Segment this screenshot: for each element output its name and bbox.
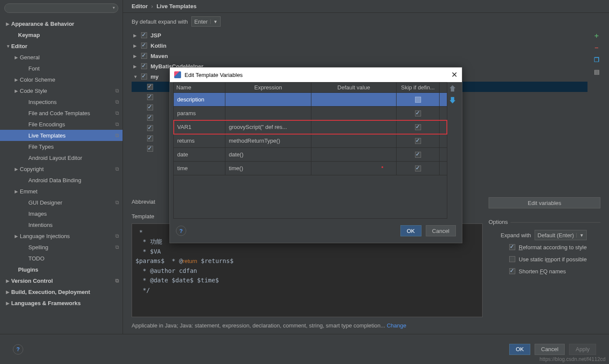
group-checkbox[interactable] [141,53,147,59]
settings-tree[interactable]: ▶Appearance & BehaviorKeymap▼Editor▶Gene… [0,16,123,334]
skip-checkbox[interactable] [415,124,421,130]
template-checkbox[interactable] [147,94,153,100]
template-checkbox[interactable] [147,104,153,110]
copy-icon: ⧉ [115,110,119,116]
sidebar-item-file-types[interactable]: File Types [0,141,123,152]
dialog-help-button[interactable]: ? [176,226,186,236]
table-row[interactable]: description [174,93,447,107]
sidebar-item-android-layout-editor[interactable]: Android Layout Editor [0,152,123,163]
sidebar-item-font[interactable]: Font [0,63,123,74]
table-row[interactable]: datedate() [174,148,447,162]
copy-template-button[interactable]: ❐ [593,56,600,64]
sidebar-item-version-control[interactable]: ▶Version Control⧉ [0,275,123,286]
cancel-button[interactable]: Cancel [535,344,565,355]
copy-icon: ⧉ [115,99,119,105]
group-checkbox[interactable] [141,73,147,80]
template-checkbox[interactable] [147,84,153,90]
sidebar-item-intentions[interactable]: Intentions [0,219,123,230]
template-group-kotlin[interactable]: ▶Kotlin [132,40,587,51]
sidebar-item-spelling[interactable]: Spelling⧉ [0,242,123,253]
group-checkbox[interactable] [141,32,147,38]
reformat-label: Reformat according to style [519,244,587,251]
template-text-label: Template [132,213,154,220]
chevron-down-icon: ▼ [210,19,218,24]
sidebar-item-android-data-binding[interactable]: Android Data Binding [0,174,123,186]
sidebar-item-color-scheme[interactable]: ▶Color Scheme [0,74,123,85]
reformat-checkbox[interactable] [509,244,515,250]
sidebar-item-inspections[interactable]: Inspections⧉ [0,96,123,107]
col-skip[interactable]: Skip if defin... [397,83,440,92]
remove-template-button[interactable]: － [593,44,600,52]
table-row[interactable]: returnsmethodReturnType() [174,134,447,148]
sidebar-item-todo[interactable]: TODO [0,253,123,264]
ok-button[interactable]: OK [509,344,530,355]
static-import-checkbox[interactable] [509,256,515,262]
expand-with-select[interactable]: Default (Enter) ▼ [535,230,587,240]
shorten-fq-checkbox[interactable] [509,268,515,274]
template-checkbox[interactable] [147,125,153,131]
app-icon [174,71,181,78]
move-up-button[interactable]: 🡅 [449,85,457,94]
template-checkbox[interactable] [147,135,153,141]
dialog-cancel-button[interactable]: Cancel [426,225,456,236]
skip-checkbox[interactable] [415,97,421,103]
sidebar-item-languages-frameworks[interactable]: ▶Languages & Frameworks [0,297,123,309]
search-input[interactable] [4,3,118,13]
edit-variables-button[interactable]: Edit variables [489,197,600,208]
template-group-jsp[interactable]: ▶JSP [132,30,587,40]
template-checkbox[interactable] [147,115,153,121]
copy-icon: ⧉ [115,121,119,127]
variables-table[interactable]: Name Expression Default value Skip if de… [173,82,447,219]
col-default[interactable]: Default value [311,83,397,92]
sidebar-item-images[interactable]: Images [0,208,123,219]
help-button[interactable]: ? [13,344,23,355]
close-icon[interactable]: ✕ [451,70,458,80]
settings-icon[interactable]: ▤ [593,68,600,76]
copy-icon: ⧉ [115,132,119,138]
copy-icon: ⧉ [115,199,119,205]
move-down-button[interactable]: 🡇 [449,96,457,105]
add-template-button[interactable]: ＋ [593,32,600,40]
sidebar-item-copyright[interactable]: ▶Copyright⧉ [0,163,123,174]
skip-checkbox[interactable] [415,110,421,116]
table-row[interactable]: VAR1groovyScript(" def res... [174,120,447,134]
skip-checkbox[interactable] [415,152,421,158]
breadcrumb-a[interactable]: Editor [132,3,148,9]
chevron-down-icon: ▼ [576,233,584,238]
sidebar-item-file-and-code-templates[interactable]: File and Code Templates⧉ [0,107,123,119]
expand-default-select[interactable]: Enter ▼ [191,16,221,27]
dialog-ok-button[interactable]: OK [400,225,421,236]
applicable-contexts: Applicable in Java; Java: statement, exp… [132,317,483,334]
dialog-titlebar[interactable]: Edit Template Variables ✕ [170,67,462,82]
skip-checkbox[interactable] [415,165,421,171]
sidebar-item-code-style[interactable]: ▶Code Style⧉ [0,85,123,96]
sidebar-item-appearance-behavior[interactable]: ▶Appearance & Behavior [0,18,123,29]
col-expression[interactable]: Expression [225,83,311,92]
table-row[interactable]: params [174,107,447,120]
sidebar-item-editor[interactable]: ▼Editor [0,40,123,52]
breadcrumb-sep: › [151,3,153,9]
sidebar-item-gui-designer[interactable]: GUI Designer⧉ [0,197,123,208]
expand-with-label: Expand with [501,232,531,239]
apply-button[interactable]: Apply [569,344,596,355]
template-checkbox[interactable] [147,146,153,152]
static-import-label: Use static import if possible [519,256,587,263]
sidebar-item-file-encodings[interactable]: File Encodings⧉ [0,119,123,130]
sidebar-item-language-injections[interactable]: ▶Language Injections⧉ [0,230,123,242]
skip-checkbox[interactable] [415,138,421,144]
col-name[interactable]: Name [174,83,225,92]
sidebar-item-general[interactable]: ▶General [0,52,123,63]
sidebar-item-build-execution-deployment[interactable]: ▶Build, Execution, Deployment [0,286,123,297]
sidebar-item-live-templates[interactable]: Live Templates⧉ [0,130,123,141]
change-context-link[interactable]: Change [387,322,406,329]
abbreviation-label: Abbreviat [132,199,155,205]
sidebar-item-keymap[interactable]: Keymap [0,29,123,40]
sidebar-item-plugins[interactable]: Plugins [0,264,123,275]
table-row[interactable]: timetime() [174,162,447,175]
template-group-maven[interactable]: ▶Maven [132,51,587,61]
sidebar-item-emmet[interactable]: ▶Emmet [0,186,123,197]
shorten-fq-label: Shorten FQ names [519,268,566,275]
group-checkbox[interactable] [141,63,147,69]
expand-default-label: By default expand with [132,18,188,25]
group-checkbox[interactable] [141,43,147,49]
